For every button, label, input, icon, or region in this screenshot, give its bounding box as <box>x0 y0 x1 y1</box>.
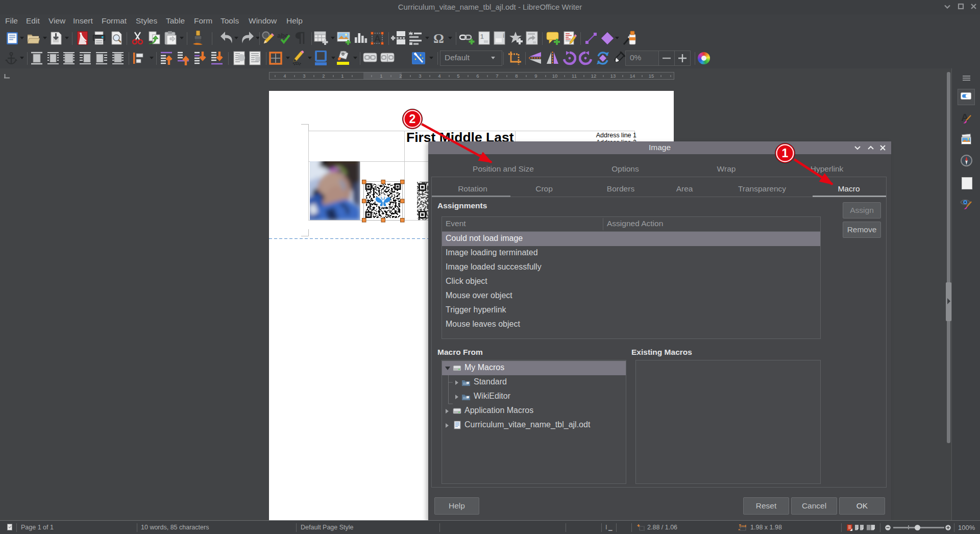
svg-text:1: 1 <box>782 147 789 160</box>
svg-text:2: 2 <box>409 112 416 126</box>
